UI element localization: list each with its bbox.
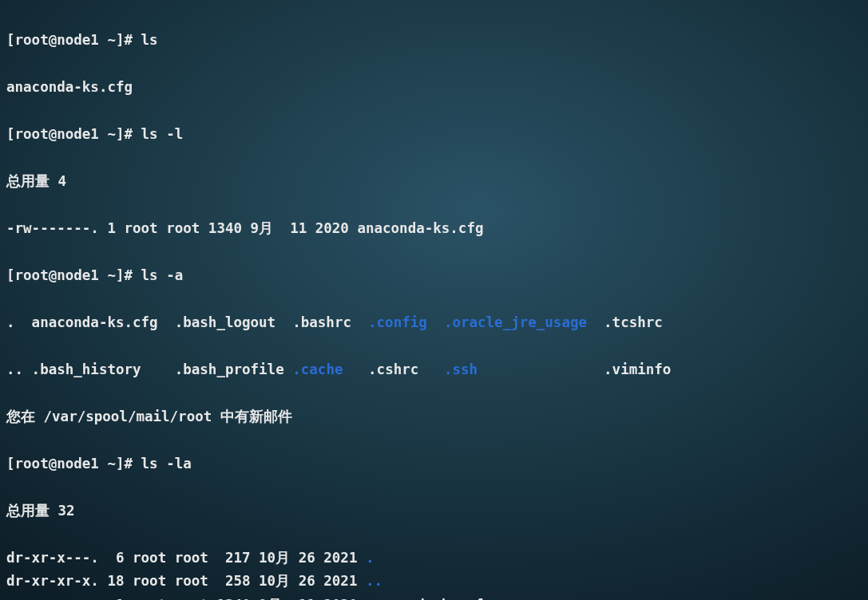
terminal[interactable]: [root@node1 ~]# ls anaconda-ks.cfg [root… — [0, 0, 868, 600]
command: ls -l — [141, 126, 184, 142]
prompt: [root@node1 ~]# — [6, 456, 141, 472]
prompt-line: [root@node1 ~]# ls — [6, 29, 862, 53]
lsl-total: 总用量 4 — [6, 173, 66, 189]
output-line: .. .bash_history .bash_profile .cache .c… — [6, 358, 862, 382]
lsla-row-meta: -rw-------. 1 root root 1340 9月 11 2020 — [6, 597, 366, 601]
lsla-row: dr-xr-xr-x. 18 root root 258 10月 26 2021… — [6, 570, 862, 594]
mail-notice: 您在 /var/spool/mail/root 中有新邮件 — [6, 405, 862, 429]
lsa-text: .cshrc — [343, 361, 443, 377]
prompt-line: [root@node1 ~]# ls -la — [6, 452, 862, 476]
ls-output: anaconda-ks.cfg — [6, 79, 133, 95]
lsla-row-meta: dr-xr-x---. 6 root root 217 10月 26 2021 — [6, 550, 366, 566]
lsa-text: .tcshrc — [587, 314, 663, 330]
lsa-text: .viminfo — [478, 361, 671, 377]
output-line: 总用量 4 — [6, 170, 862, 194]
command: ls -la — [141, 456, 192, 472]
output-line: anaconda-ks.cfg — [6, 76, 862, 100]
lsla-row: dr-xr-x---. 6 root root 217 10月 26 2021 … — [6, 547, 862, 570]
mail-text: 您在 /var/spool/mail/root 中有新邮件 — [6, 409, 292, 424]
prompt-line: [root@node1 ~]# ls -l — [6, 123, 862, 147]
prompt: [root@node1 ~]# — [6, 267, 141, 283]
prompt: [root@node1 ~]# — [6, 126, 141, 142]
lsla-row: -rw-------. 1 root root 1340 9月 11 2020 … — [6, 594, 862, 601]
dir-config: .config — [368, 314, 427, 330]
output-line: . anaconda-ks.cfg .bash_logout .bashrc .… — [6, 311, 862, 335]
lsl-row: -rw-------. 1 root root 1340 9月 11 2020 … — [6, 220, 483, 236]
dir-cache: .cache — [292, 361, 343, 377]
prompt-line: [root@node1 ~]# ls -a — [6, 264, 862, 288]
lsla-row-meta: dr-xr-xr-x. 18 root root 258 10月 26 2021 — [6, 573, 366, 589]
output-line: -rw-------. 1 root root 1340 9月 11 2020 … — [6, 217, 862, 241]
lsla-rows: dr-xr-x---. 6 root root 217 10月 26 2021 … — [6, 547, 862, 601]
dir-entry: . — [366, 550, 375, 566]
dir-ssh: .ssh — [444, 361, 478, 377]
command: ls -a — [141, 267, 184, 283]
lsa-text: . anaconda-ks.cfg .bash_logout .bashrc — [6, 314, 368, 330]
dir-entry: .. — [366, 573, 382, 589]
lsa-text — [427, 314, 444, 330]
file-entry: anaconda-ks.cfg — [366, 597, 492, 601]
command: ls — [141, 32, 158, 48]
lsla-total: 总用量 32 — [6, 503, 75, 519]
dir-oracle: .oracle_jre_usage — [444, 314, 587, 330]
prompt: [root@node1 ~]# — [6, 32, 141, 48]
output-line: 总用量 32 — [6, 499, 862, 523]
lsa-text: .. .bash_history .bash_profile — [6, 361, 292, 377]
